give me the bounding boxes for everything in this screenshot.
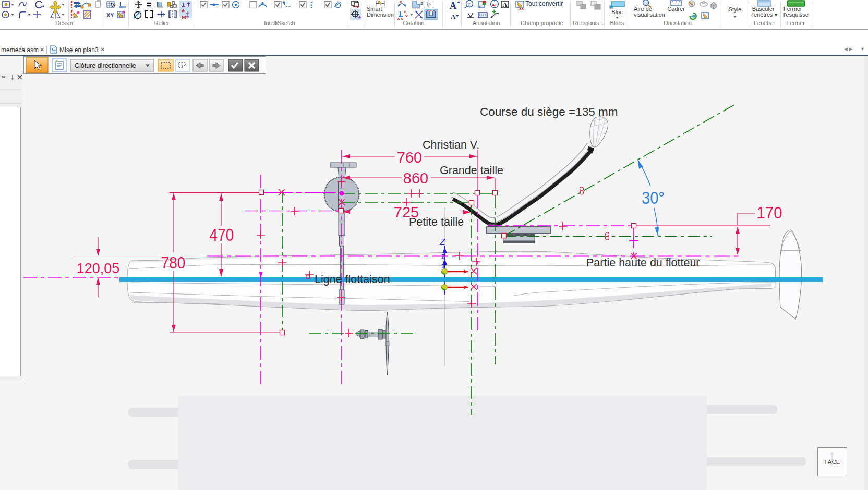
svg-text:470: 470 <box>210 225 234 244</box>
svg-text:860: 860 <box>403 170 428 187</box>
svg-text:760: 760 <box>397 149 422 166</box>
svg-text:Z: Z <box>439 237 445 247</box>
svg-text:Partie haute du flotteur: Partie haute du flotteur <box>586 256 700 269</box>
svg-text:120,05: 120,05 <box>77 261 120 276</box>
svg-text:Clôture directionnelle: Clôture directionnelle <box>75 62 136 69</box>
svg-text:170: 170 <box>757 203 782 222</box>
svg-text:725: 725 <box>394 204 419 220</box>
svg-text:Ligne flottaison: Ligne flottaison <box>315 273 390 286</box>
svg-text:30°: 30° <box>642 188 665 207</box>
svg-text:Course du siège =135 mm: Course du siège =135 mm <box>480 105 618 118</box>
svg-text:Z: Z <box>441 253 445 261</box>
svg-text:Christian V.: Christian V. <box>423 139 479 151</box>
svg-text:780: 780 <box>161 253 186 272</box>
svg-text:Grande taille: Grande taille <box>440 164 503 177</box>
